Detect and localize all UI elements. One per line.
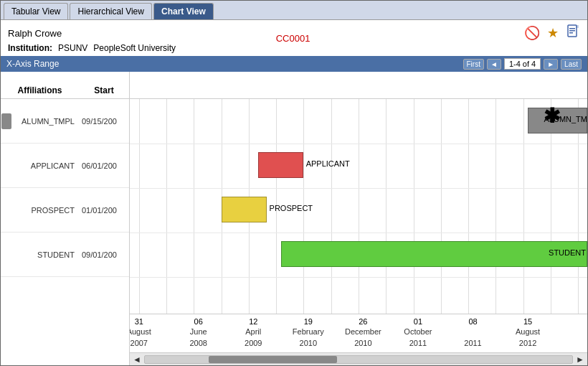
tick-month: April	[245, 327, 261, 336]
gantt-bar-2[interactable]	[222, 197, 267, 222]
institution-name: PeopleSoft University	[93, 43, 176, 53]
xaxis-nav: First ◄ 1-4 of 4 ► Last	[463, 58, 582, 70]
left-header: Affiliations Start	[1, 72, 129, 99]
tick-year: 2007	[131, 339, 148, 347]
scroll-track[interactable]	[144, 355, 573, 364]
nav-next-button[interactable]: ►	[544, 59, 558, 70]
col-affiliations-header: Affiliations	[1, 85, 79, 95]
left-row-0: ALUMN_TMPL 09/15/200	[1, 99, 129, 144]
tick-number: 12	[249, 317, 257, 326]
grid-vline	[495, 99, 496, 314]
gantt-bar-label-student: STUDENT	[549, 248, 586, 257]
header-actions: 🚫 ★	[524, 24, 580, 42]
tick-year: 2010	[300, 339, 317, 347]
tick-year: 2012	[519, 339, 536, 347]
tick-number: 31	[135, 317, 143, 326]
left-rows: ALUMN_TMPL 09/15/200 APPLICANT 06/01/200…	[1, 99, 129, 365]
tab-bar: Tabular View Hierarchical View Chart Vie…	[1, 1, 587, 20]
right-panel: ALUMN_TMPL✱ALUMN_TMAPPLICANTPROSPECTSTUD…	[130, 72, 587, 365]
doc-icon[interactable]	[566, 24, 580, 42]
row-icon-0	[1, 113, 12, 129]
gantt-bar-1[interactable]	[258, 152, 304, 178]
grid-vline	[468, 99, 469, 314]
left-row-3: STUDENT 09/01/200	[1, 233, 129, 277]
tab-hierarchical[interactable]: Hierarchical View	[70, 3, 151, 19]
tick-year: 2010	[354, 339, 371, 347]
xaxis-label: X-Axis Range	[6, 59, 59, 69]
grid-vline	[194, 99, 194, 314]
grid-vline	[331, 99, 332, 314]
star-icon[interactable]: ★	[547, 25, 559, 41]
row-label-1: APPLICANT	[15, 161, 79, 170]
tick-year: 2011	[409, 339, 427, 347]
no-icon[interactable]: 🚫	[524, 25, 540, 41]
tick-month: August	[130, 327, 151, 336]
tick-number: 01	[414, 317, 422, 326]
col-start-header: Start	[79, 85, 129, 95]
svg-rect-4	[576, 25, 579, 28]
grid-vline	[166, 99, 167, 314]
xaxis-bar: X-Axis Range First ◄ 1-4 of 4 ► Last	[1, 56, 587, 72]
institution-code: PSUNV	[58, 43, 87, 53]
scroll-left-button[interactable]: ◄	[133, 355, 141, 365]
row-divider-3	[130, 277, 587, 278]
institution-label: Institution:	[8, 43, 52, 53]
gantt-bar-label-1: APPLICANT	[306, 159, 350, 168]
chart-body: Affiliations Start ALUMN_TMPL 09/15/200 …	[1, 72, 587, 365]
left-row-1: APPLICANT 06/01/200	[1, 144, 129, 188]
scroll-right-button[interactable]: ►	[576, 355, 584, 365]
header-area: Ralph Crowe CC0001 🚫 ★ Ins	[1, 20, 587, 56]
tick-number: 06	[194, 317, 203, 326]
gantt-area: ALUMN_TMPL✱ALUMN_TMAPPLICANTPROSPECTSTUD…	[130, 99, 587, 314]
svg-rect-2	[569, 30, 575, 32]
tick-number: 26	[359, 317, 367, 326]
tab-chart[interactable]: Chart View	[153, 3, 214, 19]
left-panel: Affiliations Start ALUMN_TMPL 09/15/200 …	[1, 72, 130, 365]
tick-number: 19	[304, 317, 313, 326]
row-label-2: PROSPECT	[15, 206, 79, 215]
row-divider-0	[130, 144, 587, 144]
grid-vline	[386, 99, 387, 314]
header-row1: Ralph Crowe CC0001 🚫 ★	[8, 24, 580, 42]
tick-number: 15	[523, 317, 532, 326]
grid-vline	[414, 99, 414, 314]
row-label-3: STUDENT	[15, 250, 79, 259]
tick-year: 2011	[464, 339, 481, 347]
row-start-3: 09/01/200	[79, 250, 129, 259]
tick-month: October	[404, 327, 432, 336]
app-container: Tabular View Hierarchical View Chart Vie…	[0, 0, 588, 366]
asterisk-label-0: ALUMN_TM	[544, 115, 587, 123]
row-start-0: 09/15/200	[79, 117, 129, 126]
left-row-2: PROSPECT 01/01/200	[1, 188, 129, 233]
tab-tabular[interactable]: Tabular View	[4, 3, 68, 19]
nav-prev-button[interactable]: ◄	[487, 59, 501, 70]
tick-year: 2008	[189, 339, 207, 347]
row-start-2: 01/01/200	[79, 206, 129, 215]
nav-range-label: 1-4 of 4	[504, 58, 541, 70]
tick-month: February	[293, 327, 324, 336]
tick-month: December	[345, 327, 381, 336]
tick-month: June	[190, 327, 207, 336]
scrollbar-area: ◄ ►	[130, 352, 587, 365]
svg-rect-1	[569, 28, 575, 29]
tick-month: August	[516, 327, 540, 336]
scroll-thumb[interactable]	[209, 356, 337, 363]
grid-vline	[523, 99, 524, 314]
tick-year: 2009	[245, 339, 262, 347]
institution-row: Institution: PSUNV PeopleSoft University	[8, 43, 580, 53]
gantt-bar-3[interactable]	[281, 241, 587, 267]
svg-rect-3	[569, 32, 573, 34]
grid-vline	[139, 99, 140, 314]
tick-number: 08	[468, 317, 477, 326]
bottom-axis: 31August200706June200812April200919Febru…	[130, 314, 587, 352]
gray-bar-icon-0	[1, 113, 11, 129]
nav-last-button[interactable]: Last	[561, 59, 582, 70]
cc-code: CC0001	[276, 33, 310, 44]
row-start-1: 06/01/200	[79, 161, 129, 170]
row-label-0: ALUMN_TMPL	[15, 117, 79, 126]
row-divider-2	[130, 233, 587, 233]
grid-vline	[441, 99, 442, 314]
nav-first-button[interactable]: First	[463, 59, 484, 70]
row-divider-1	[130, 188, 587, 189]
user-name: Ralph Crowe	[8, 28, 62, 39]
